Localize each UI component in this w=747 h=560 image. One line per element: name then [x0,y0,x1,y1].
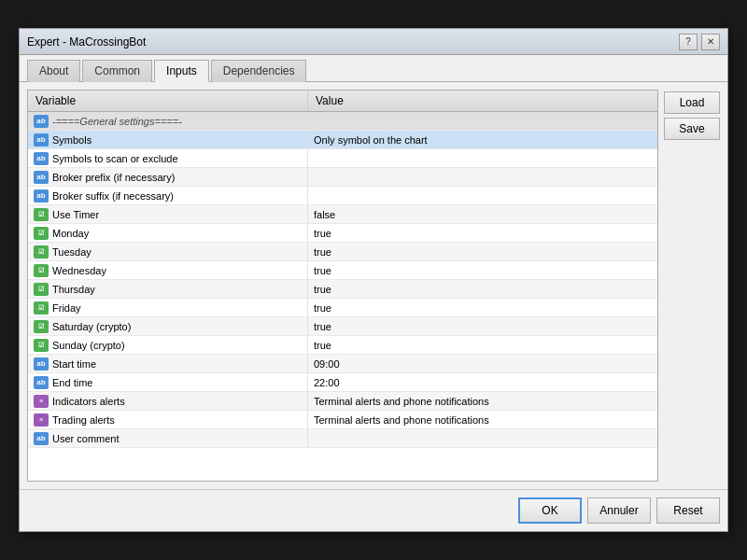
table-row[interactable]: abEnd time22:00 [28,373,657,392]
variable-label: Saturday (crypto) [52,321,131,332]
table-scroll-area[interactable]: ab-====General settings====-abSymbolsOnl… [28,112,657,481]
table-row[interactable]: abSymbols to scan or exclude [28,149,657,168]
help-button[interactable]: ? [679,34,698,50]
bool-icon: ☑ [34,283,49,296]
variable-label: Start time [52,358,96,370]
variable-label: Thursday [52,284,95,295]
table-header: Variable Value [28,91,657,112]
cell-value: true [308,224,657,242]
variable-label: Tuesday [52,246,92,258]
table-row[interactable]: ☑Thursdaytrue [28,280,657,299]
load-button[interactable]: Load [664,91,720,114]
bool-icon: ☑ [34,339,49,352]
cell-value [308,149,657,167]
dialog-window: Expert - MaCrossingBot ? ✕ About Common … [19,28,728,532]
cell-variable: ☑Thursday [28,280,308,298]
tab-inputs[interactable]: Inputs [154,60,209,82]
variable-label: Use Timer [52,209,99,220]
table-row[interactable]: ☑Mondaytrue [28,224,657,243]
table-row[interactable]: ab-====General settings====- [28,112,657,131]
table-row[interactable]: ☑Use Timerfalse [28,205,657,224]
bool-icon: ☑ [34,264,49,277]
tab-common[interactable]: Common [82,60,152,82]
variable-label: Symbols to scan or exclude [52,153,178,164]
bottom-bar: OK Annuler Reset [20,489,727,531]
col-value-header: Value [308,91,657,111]
cell-variable: ☑Use Timer [28,205,308,223]
variable-label: Wednesday [52,265,106,276]
cell-value: 09:00 [308,355,657,372]
cell-value [308,429,657,447]
cell-value [308,168,657,186]
cell-variable: ☑Friday [28,299,308,316]
cell-variable: abEnd time [28,373,308,391]
cell-value: Terminal alerts and phone notifications [308,411,657,428]
variable-label: -====General settings====- [52,116,182,127]
ab-icon: ab [34,171,49,184]
reset-button[interactable]: Reset [656,497,720,524]
table-row[interactable]: abUser comment [28,429,657,448]
content-area: Variable Value ab-====General settings==… [20,82,727,489]
cell-value: false [308,205,657,223]
cell-value [308,187,657,204]
cell-value [308,112,657,130]
close-button[interactable]: ✕ [701,34,720,50]
table-row[interactable]: ☑Saturday (crypto)true [28,317,657,336]
table-row[interactable]: ☑Sunday (crypto)true [28,336,657,355]
tabs-bar: About Common Inputs Dependencies [20,55,727,82]
table-row[interactable]: abBroker suffix (if necessary) [28,187,657,205]
cell-variable: ≡Indicators alerts [28,392,308,410]
cell-variable: ≡Trading alerts [28,411,308,428]
table-row[interactable]: abBroker prefix (if necessary) [28,168,657,187]
variable-label: Indicators alerts [52,396,125,407]
ab-icon: ab [34,133,49,147]
cell-value: true [308,243,657,260]
bool-icon: ☑ [34,227,49,240]
variable-label: Monday [52,228,89,239]
table-row[interactable]: abStart time09:00 [28,355,657,373]
table-row[interactable]: ≡Indicators alertsTerminal alerts and ph… [28,392,657,411]
save-button[interactable]: Save [664,118,720,140]
cell-value: true [308,299,657,316]
cell-variable: ☑Sunday (crypto) [28,336,308,354]
ab-icon: ab [34,152,49,165]
cell-variable: ☑Wednesday [28,261,308,279]
title-bar: Expert - MaCrossingBot ? ✕ [20,29,727,55]
bool-icon: ☑ [34,208,49,221]
variable-label: Symbols [52,134,92,146]
table-row[interactable]: abSymbolsOnly symbol on the chart [28,131,657,149]
cell-value: true [308,280,657,298]
cell-value: Terminal alerts and phone notifications [308,392,657,410]
cell-variable: abUser comment [28,429,308,447]
tab-dependencies[interactable]: Dependencies [211,60,307,82]
ok-button[interactable]: OK [518,497,582,524]
title-controls: ? ✕ [679,34,720,50]
variable-label: Sunday (crypto) [52,340,125,351]
variable-label: Trading alerts [52,414,115,426]
bool-icon: ☑ [34,301,49,315]
cell-variable: ☑Tuesday [28,243,308,260]
variable-label: End time [52,377,92,388]
window-title: Expert - MaCrossingBot [27,35,146,49]
ab-icon: ab [34,376,49,389]
variable-label: Broker prefix (if necessary) [52,172,175,183]
table-row[interactable]: ☑Fridaytrue [28,299,657,317]
cancel-button[interactable]: Annuler [587,497,651,524]
cell-value: Only symbol on the chart [308,131,657,148]
table-row[interactable]: ≡Trading alertsTerminal alerts and phone… [28,411,657,429]
cell-value: 22:00 [308,373,657,391]
bool-icon: ☑ [34,320,49,333]
inputs-table: Variable Value ab-====General settings==… [27,90,658,482]
list-icon: ≡ [34,413,49,427]
cell-variable: abSymbols to scan or exclude [28,149,308,167]
tab-about[interactable]: About [27,60,80,82]
table-row[interactable]: ☑Tuesdaytrue [28,243,657,261]
table-row[interactable]: ☑Wednesdaytrue [28,261,657,280]
ab-icon: ab [34,432,49,445]
cell-variable: ☑Saturday (crypto) [28,317,308,335]
variable-label: Broker suffix (if necessary) [52,190,174,202]
cell-variable: abBroker prefix (if necessary) [28,168,308,186]
cell-variable: abBroker suffix (if necessary) [28,187,308,204]
cell-variable: ☑Monday [28,224,308,242]
col-variable-header: Variable [28,91,308,111]
